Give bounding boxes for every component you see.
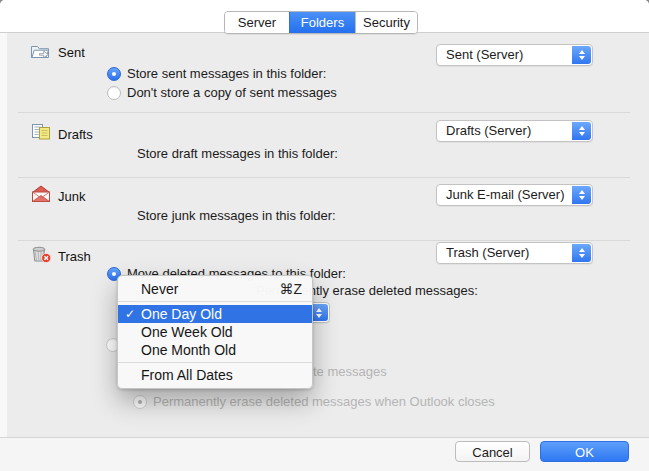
section-divider <box>18 240 630 241</box>
cancel-button[interactable]: Cancel <box>455 441 530 462</box>
tab-bar: Server Folders Security <box>224 11 418 34</box>
store-sent-radio-label: Store sent messages in this folder: <box>127 66 326 81</box>
obscured-option-fragment: te messages <box>313 364 387 379</box>
dont-store-sent-radio-label: Don't store a copy of sent messages <box>127 85 337 100</box>
stepper-icon <box>572 46 591 64</box>
sent-folder-select[interactable]: Sent (Server) <box>436 44 593 66</box>
drafts-section-title: Drafts <box>58 127 93 142</box>
sent-folder-icon <box>30 42 52 60</box>
stepper-icon <box>572 244 591 262</box>
junk-folder-select[interactable]: Junk E-mail (Server) <box>436 184 593 206</box>
erase-schedule-menu: Never ⌘Z ✓ One Day Old One Week Old One … <box>117 275 313 389</box>
trash-can-icon <box>30 245 52 263</box>
drafts-folder-select-value: Drafts (Server) <box>446 123 531 138</box>
menu-item-label: Never <box>141 281 178 297</box>
menu-item-one-day-old[interactable]: ✓ One Day Old <box>118 305 312 323</box>
tab-folders[interactable]: Folders <box>289 12 355 33</box>
sent-section-title: Sent <box>58 45 85 60</box>
junk-folder-select-value: Junk E-mail (Server) <box>446 187 564 202</box>
check-icon: ✓ <box>125 305 135 323</box>
trash-folder-select-value: Trash (Server) <box>446 245 529 260</box>
left-edge-strip <box>0 33 7 437</box>
folders-preferences-dialog: Server Folders Security Sent Sent (Serve… <box>0 0 649 471</box>
menu-item-from-all-dates[interactable]: From All Dates <box>118 366 312 384</box>
drafts-notes-icon <box>30 123 52 141</box>
trash-folder-select[interactable]: Trash (Server) <box>436 242 593 264</box>
tab-server[interactable]: Server <box>225 12 289 33</box>
store-sent-radio[interactable] <box>107 67 121 81</box>
menu-item-never[interactable]: Never ⌘Z <box>118 280 312 298</box>
menu-item-one-week-old[interactable]: One Week Old <box>118 323 312 341</box>
menu-item-label: One Month Old <box>141 342 236 358</box>
tab-header: Server Folders Security <box>0 0 649 33</box>
dont-store-sent-radio[interactable] <box>107 86 121 100</box>
menu-item-one-month-old[interactable]: One Month Old <box>118 341 312 359</box>
store-drafts-label: Store draft messages in this folder: <box>137 146 338 161</box>
menu-item-label: One Day Old <box>141 306 222 322</box>
junk-envelope-icon <box>30 185 52 203</box>
stepper-icon <box>572 186 591 204</box>
trash-section-title: Trash <box>58 249 91 264</box>
menu-separator <box>118 362 312 363</box>
menu-shortcut: ⌘Z <box>279 280 302 298</box>
menu-item-label: One Week Old <box>141 324 233 340</box>
ok-button[interactable]: OK <box>540 441 629 462</box>
tab-security[interactable]: Security <box>355 12 417 33</box>
erase-on-close-radio-label: Permanently erase deleted messages when … <box>153 394 495 409</box>
section-divider <box>18 112 630 113</box>
stepper-icon <box>572 122 591 140</box>
menu-item-label: From All Dates <box>141 367 233 383</box>
junk-section-title: Junk <box>58 189 85 204</box>
sent-folder-select-value: Sent (Server) <box>446 47 523 62</box>
erase-on-close-radio[interactable] <box>133 395 147 409</box>
section-divider <box>18 177 630 178</box>
store-junk-label: Store junk messages in this folder: <box>137 208 336 223</box>
drafts-folder-select[interactable]: Drafts (Server) <box>436 120 593 142</box>
menu-separator <box>118 301 312 302</box>
